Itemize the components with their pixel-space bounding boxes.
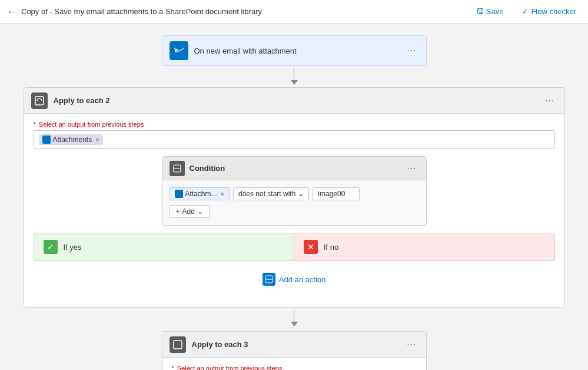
condition-operator-label: does not start with	[238, 190, 295, 198]
chevron-down-icon: ⌄	[298, 190, 304, 198]
back-icon: ←	[7, 6, 16, 17]
condition-add-row: + Add ⌄	[170, 205, 419, 218]
condition-row: Attachm... × does not start with ⌄ image…	[170, 187, 419, 200]
condition-icon	[170, 161, 185, 176]
apply-each-3-body: * Select an output from previous steps A…	[162, 358, 426, 370]
required-star-3: *	[172, 365, 174, 370]
condition-token[interactable]: Attachm... ×	[170, 187, 230, 200]
svg-rect-7	[176, 191, 182, 197]
token-outlook-icon	[42, 136, 51, 144]
add-action-label: Add an action	[279, 275, 326, 284]
branch-no[interactable]: ✕ If no	[294, 233, 555, 261]
flow-checker-label: Flow checker	[531, 7, 576, 16]
save-button[interactable]: 🖫 Save	[471, 5, 509, 18]
trigger-label: On new email with attachment	[194, 47, 405, 55]
condition-body: Attachm... × does not start with ⌄ image…	[162, 180, 426, 225]
condition-more-button[interactable]: ···	[404, 161, 418, 176]
no-icon: ✕	[304, 240, 318, 254]
flow-container: O On new email with attachment ···	[24, 35, 564, 370]
condition-label: Condition	[190, 164, 405, 173]
field-label-text: Select an output from previous steps	[39, 121, 144, 128]
plus-icon: +	[176, 207, 180, 216]
condition-add-button[interactable]: + Add ⌄	[170, 205, 210, 218]
yes-icon: ✓	[44, 240, 58, 254]
branch-yes[interactable]: ✓ If yes	[34, 233, 294, 261]
apply-each-2-block: Apply to each 2 ··· * Select an output f…	[24, 87, 565, 308]
trigger-more-button[interactable]: ···	[404, 43, 418, 58]
topbar: ← Copy of - Save my email attachments to…	[0, 0, 588, 24]
apply-each-3-label: Apply to each 3	[192, 340, 405, 349]
token-remove-1[interactable]: ×	[95, 136, 99, 143]
condition-token-label: Attachm...	[185, 190, 217, 198]
apply-each-2-body: * Select an output from previous steps A…	[24, 114, 564, 298]
apply-each-2-field-label: * Select an output from previous steps	[34, 121, 555, 128]
condition-token-remove[interactable]: ×	[221, 190, 224, 197]
add-action-row[interactable]: Add an action	[34, 273, 555, 286]
apply-each-2-token-input[interactable]: Attachments ×	[34, 130, 555, 149]
flow-checker-button[interactable]: ✓ Flow checker	[517, 5, 581, 18]
attachments-token-1: Attachments ×	[39, 134, 103, 145]
apply-each-3-more-button[interactable]: ···	[404, 337, 418, 352]
apply-each-2-label: Apply to each 2	[54, 96, 543, 105]
field-label-text-3: Select an output from previous steps	[177, 365, 283, 370]
condition-operator[interactable]: does not start with ⌄	[233, 187, 309, 200]
condition-header: Condition ···	[162, 157, 426, 180]
arrow-2	[291, 310, 298, 326]
save-icon: 🖫	[476, 7, 484, 16]
add-label: Add	[182, 207, 195, 216]
flow-checker-icon: ✓	[522, 7, 529, 16]
add-chevron-icon: ⌄	[197, 207, 203, 216]
svg-text:O: O	[176, 49, 178, 53]
yes-label: If yes	[64, 243, 82, 252]
page-title: Copy of - Save my email attachments to a…	[21, 7, 467, 16]
arrow-1	[291, 68, 298, 85]
apply-each-3-header: Apply to each 3 ···	[162, 332, 426, 358]
apply-each-3-icon	[170, 336, 186, 353]
token-label-1: Attachments	[53, 136, 92, 144]
back-button[interactable]: ←	[7, 6, 16, 17]
apply-each-3-field-label: * Select an output from previous steps	[172, 365, 417, 370]
branch-row: ✓ If yes ✕ If no	[34, 233, 555, 261]
svg-rect-10	[174, 341, 182, 349]
canvas: O On new email with attachment ···	[0, 24, 588, 370]
svg-rect-4	[44, 137, 49, 143]
condition-value[interactable]: image00	[313, 187, 360, 200]
add-action-icon	[263, 273, 275, 286]
svg-rect-3	[35, 97, 44, 105]
apply-each-2-icon	[31, 92, 48, 109]
trigger-block[interactable]: O On new email with attachment ···	[162, 35, 427, 66]
topbar-actions: 🖫 Save ✓ Flow checker	[471, 5, 581, 18]
apply-each-2-more-button[interactable]: ···	[543, 93, 557, 108]
required-star: *	[34, 121, 36, 128]
outlook-icon: O	[170, 41, 188, 60]
cond-token-icon	[175, 190, 183, 198]
no-label: If no	[324, 243, 338, 252]
apply-each-3-block: Apply to each 3 ··· * Select an output f…	[162, 331, 427, 370]
save-label: Save	[486, 7, 504, 16]
condition-block: Condition ··· Attachm... ×	[162, 156, 427, 226]
apply-each-2-header: Apply to each 2 ···	[24, 88, 564, 114]
